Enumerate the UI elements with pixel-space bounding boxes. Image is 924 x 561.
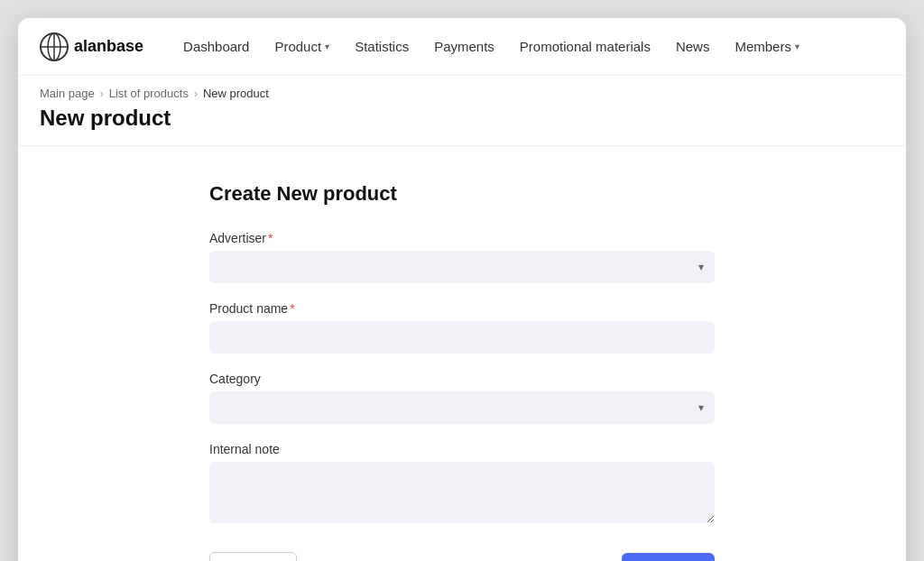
breadcrumb: Main page › List of products › New produ… bbox=[40, 87, 884, 100]
nav-item-statistics-label: Statistics bbox=[355, 39, 409, 54]
logo-icon bbox=[40, 32, 69, 61]
nav-item-promotional-label: Promotional materials bbox=[520, 39, 651, 54]
chevron-down-icon-members: ▾ bbox=[795, 41, 799, 51]
nav-item-payments[interactable]: Payments bbox=[423, 32, 505, 61]
category-label: Category bbox=[209, 372, 715, 386]
logo-text: alanbase bbox=[74, 37, 143, 56]
logo[interactable]: alanbase bbox=[40, 32, 143, 61]
product-name-label: Product name* bbox=[209, 301, 715, 316]
nav-item-statistics[interactable]: Statistics bbox=[344, 32, 420, 61]
internal-note-field-group: Internal note bbox=[209, 442, 715, 527]
page-title: New product bbox=[40, 106, 884, 131]
product-name-input[interactable] bbox=[209, 321, 715, 354]
create-button[interactable]: Create bbox=[622, 553, 715, 561]
nav-item-product[interactable]: Product ▾ bbox=[263, 32, 340, 61]
chevron-down-icon: ▾ bbox=[325, 41, 329, 51]
product-name-field-group: Product name* bbox=[209, 301, 715, 354]
cancel-button[interactable]: Cancel bbox=[209, 552, 297, 561]
nav-item-dashboard[interactable]: Dashboard bbox=[172, 32, 260, 61]
form-actions: Cancel Create bbox=[209, 552, 715, 561]
breadcrumb-list-products[interactable]: List of products bbox=[109, 87, 189, 100]
breadcrumb-current: New product bbox=[203, 87, 269, 100]
main-content: Create New product Advertiser* ▾ Product… bbox=[18, 146, 906, 561]
page-header: Main page › List of products › New produ… bbox=[18, 76, 906, 146]
nav-item-news-label: News bbox=[676, 39, 710, 54]
nav-item-product-label: Product bbox=[274, 39, 321, 54]
form-card: Create New product Advertiser* ▾ Product… bbox=[209, 182, 715, 561]
nav-item-payments-label: Payments bbox=[434, 39, 494, 54]
navbar: alanbase Dashboard Product ▾ Statistics … bbox=[18, 18, 906, 76]
advertiser-select[interactable] bbox=[209, 251, 715, 283]
internal-note-textarea[interactable] bbox=[209, 462, 715, 523]
nav-item-members[interactable]: Members ▾ bbox=[724, 32, 810, 61]
breadcrumb-sep-2: › bbox=[194, 87, 198, 100]
nav-item-promotional[interactable]: Promotional materials bbox=[509, 32, 661, 61]
category-field-group: Category ▾ bbox=[209, 372, 715, 424]
advertiser-required: * bbox=[268, 231, 273, 245]
breadcrumb-sep-1: › bbox=[100, 87, 104, 100]
nav-item-news[interactable]: News bbox=[665, 32, 721, 61]
nav-items: Dashboard Product ▾ Statistics Payments … bbox=[172, 32, 884, 61]
breadcrumb-main-page[interactable]: Main page bbox=[40, 87, 95, 100]
advertiser-field-group: Advertiser* ▾ bbox=[209, 231, 715, 283]
advertiser-select-wrapper: ▾ bbox=[209, 251, 715, 283]
internal-note-label: Internal note bbox=[209, 442, 715, 456]
advertiser-label: Advertiser* bbox=[209, 231, 715, 245]
category-select[interactable] bbox=[209, 391, 715, 424]
nav-item-dashboard-label: Dashboard bbox=[183, 39, 249, 54]
category-select-wrapper: ▾ bbox=[209, 391, 715, 424]
form-title: Create New product bbox=[209, 182, 715, 206]
product-name-required: * bbox=[290, 301, 294, 316]
app-window: alanbase Dashboard Product ▾ Statistics … bbox=[18, 18, 906, 561]
nav-item-members-label: Members bbox=[735, 39, 791, 54]
